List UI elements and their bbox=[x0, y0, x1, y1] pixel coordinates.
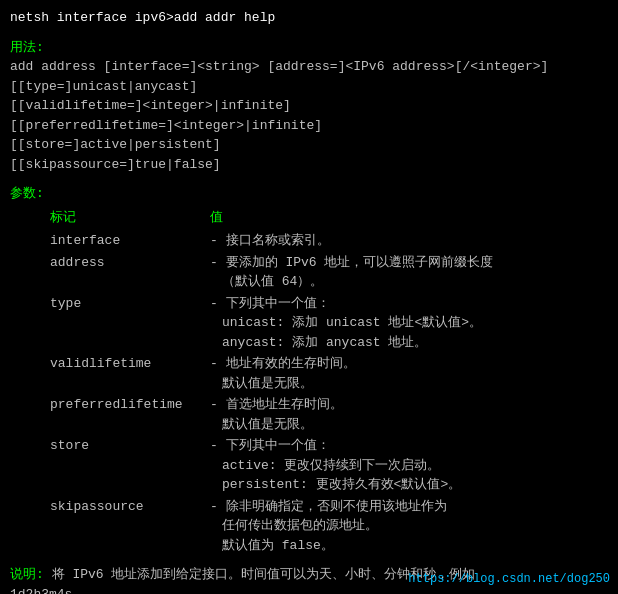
params-label: 参数: bbox=[10, 186, 44, 201]
usage-line4: [[preferredlifetime=]<integer>|infinite] bbox=[10, 116, 608, 136]
watermark: https://blog.csdn.net/dog250 bbox=[408, 570, 610, 588]
param-name-interface: interface bbox=[50, 231, 210, 251]
param-desc-address: - 要添加的 IPv6 地址，可以遵照子网前缀长度 （默认值 64）。 bbox=[210, 253, 608, 292]
usage-line1: add address [interface=]<string> [addres… bbox=[10, 57, 608, 77]
param-address: address - 要添加的 IPv6 地址，可以遵照子网前缀长度 （默认值 6… bbox=[50, 253, 608, 292]
header-val: 值 bbox=[210, 208, 223, 228]
title-text: netsh interface ipv6>add addr help bbox=[10, 10, 275, 25]
param-type: type - 下列其中一个值： unicast: 添加 unicast 地址<默… bbox=[50, 294, 608, 353]
usage-line5: [[store=]active|persistent] bbox=[10, 135, 608, 155]
header-tag: 标记 bbox=[50, 208, 210, 228]
param-desc-preferredlifetime: - 首选地址生存时间。 默认值是无限。 bbox=[210, 395, 608, 434]
usage-section: 用法: add address [interface=]<string> [ad… bbox=[10, 38, 608, 175]
usage-line6: [[skipassource=]true|false] bbox=[10, 155, 608, 175]
desc-label: 说明: bbox=[10, 567, 44, 582]
param-name-address: address bbox=[50, 253, 210, 273]
usage-line2: [[type=]unicast|anycast] bbox=[10, 77, 608, 97]
params-section: 参数: 标记 值 interface - 接口名称或索引。 address - … bbox=[10, 184, 608, 555]
param-name-store: store bbox=[50, 436, 210, 456]
title-line: netsh interface ipv6>add addr help bbox=[10, 8, 608, 28]
param-name-validlifetime: validlifetime bbox=[50, 354, 210, 374]
desc-text2: 1d2h3m4s。 bbox=[10, 587, 85, 595]
param-name-preferredlifetime: preferredlifetime bbox=[50, 395, 210, 415]
param-store: store - 下列其中一个值： active: 更改仅持续到下一次启动。 pe… bbox=[50, 436, 608, 495]
usage-label: 用法: bbox=[10, 40, 44, 55]
param-desc-store: - 下列其中一个值： active: 更改仅持续到下一次启动。 persiste… bbox=[210, 436, 608, 495]
param-validlifetime: validlifetime - 地址有效的生存时间。 默认值是无限。 bbox=[50, 354, 608, 393]
param-preferredlifetime: preferredlifetime - 首选地址生存时间。 默认值是无限。 bbox=[50, 395, 608, 434]
param-desc-validlifetime: - 地址有效的生存时间。 默认值是无限。 bbox=[210, 354, 608, 393]
usage-line3: [[validlifetime=]<integer>|infinite] bbox=[10, 96, 608, 116]
param-name-skipassource: skipassource bbox=[50, 497, 210, 517]
params-header: 标记 值 bbox=[50, 208, 608, 228]
param-interface: interface - 接口名称或索引。 bbox=[50, 231, 608, 251]
param-name-type: type bbox=[50, 294, 210, 314]
param-skipassource: skipassource - 除非明确指定，否则不使用该地址作为 任何传出数据包… bbox=[50, 497, 608, 556]
param-desc-skipassource: - 除非明确指定，否则不使用该地址作为 任何传出数据包的源地址。 默认值为 fa… bbox=[210, 497, 608, 556]
param-desc-type: - 下列其中一个值： unicast: 添加 unicast 地址<默认值>。 … bbox=[210, 294, 608, 353]
watermark-text: https://blog.csdn.net/dog250 bbox=[408, 572, 610, 586]
param-desc-interface: - 接口名称或索引。 bbox=[210, 231, 608, 251]
